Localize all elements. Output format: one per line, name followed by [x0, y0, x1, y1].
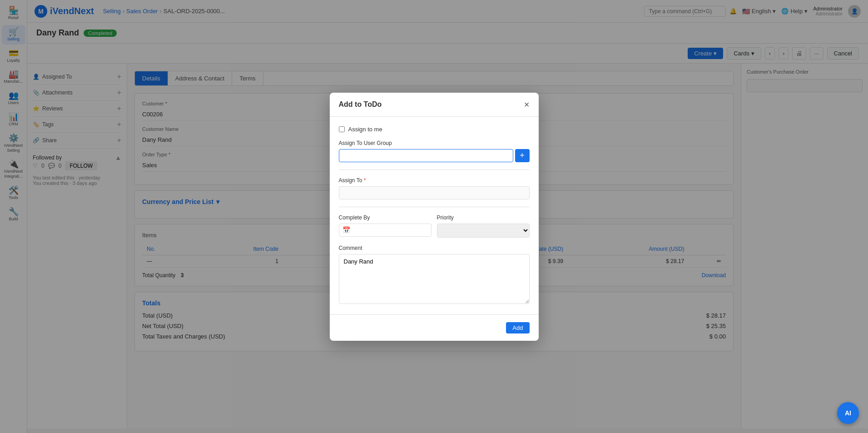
priority-label: Priority	[437, 214, 530, 221]
modal-close-button[interactable]: ×	[524, 100, 530, 109]
assign-user-group-label: Assign To User Group	[339, 140, 530, 146]
priority-group: Priority Low Medium High	[437, 214, 530, 238]
modal-footer: Add	[330, 314, 539, 341]
divider-2	[339, 207, 530, 207]
assign-user-group-input-wrapper: +	[339, 149, 530, 162]
comment-label: Comment	[339, 245, 530, 251]
modal-title: Add to ToDo	[339, 100, 382, 109]
assign-to-input[interactable]	[339, 186, 530, 199]
close-icon: ×	[524, 100, 530, 109]
divider-1	[339, 169, 530, 170]
complete-by-group: Complete By 📅	[339, 214, 432, 238]
complete-by-wrapper: 📅	[339, 224, 432, 237]
assign-to-group: Assign To *	[339, 177, 530, 199]
assign-to-me-checkbox[interactable]	[339, 126, 345, 132]
ai-button[interactable]: AI	[837, 402, 859, 424]
complete-by-label: Complete By	[339, 214, 432, 221]
modal-body: Assign to me Assign To User Group + Assi…	[330, 117, 539, 314]
priority-select[interactable]: Low Medium High	[437, 224, 530, 238]
add-button[interactable]: Add	[506, 322, 529, 333]
complete-by-input[interactable]	[339, 224, 432, 237]
assign-to-me-label[interactable]: Assign to me	[348, 126, 382, 133]
add-todo-modal: Add to ToDo × Assign to me Assign To Use…	[330, 93, 539, 341]
assign-user-group-add-button[interactable]: +	[515, 149, 530, 162]
calendar-icon: 📅	[342, 226, 350, 234]
comment-textarea[interactable]: Dany Rand	[339, 254, 530, 304]
assign-to-me-row: Assign to me	[339, 126, 530, 133]
assign-to-required-marker: *	[364, 177, 366, 184]
complete-priority-row: Complete By 📅 Priority Low Medium High	[339, 214, 530, 238]
assign-to-label: Assign To *	[339, 177, 530, 184]
modal-header: Add to ToDo ×	[330, 93, 539, 117]
assign-user-group-input[interactable]	[339, 149, 513, 162]
modal-overlay[interactable]: Add to ToDo × Assign to me Assign To Use…	[0, 0, 868, 433]
comment-group: Comment Dany Rand	[339, 245, 530, 305]
assign-user-group-group: Assign To User Group +	[339, 140, 530, 162]
